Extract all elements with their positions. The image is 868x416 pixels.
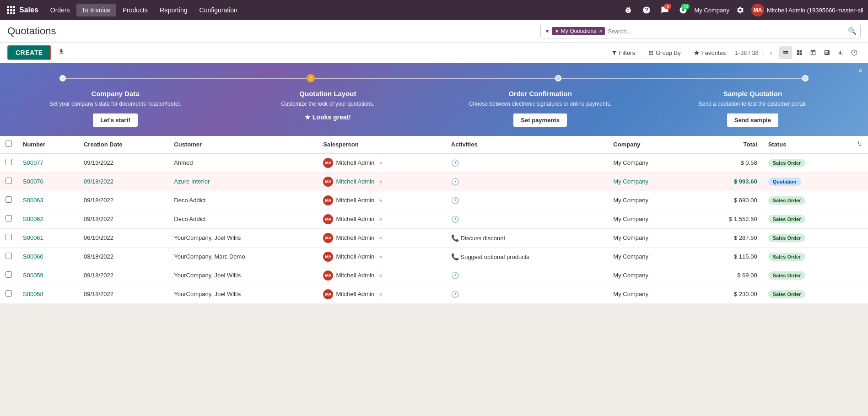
banner-close-button[interactable]: × [858,67,863,75]
status-badge: Sales Order [768,215,806,223]
chat-icon-btn[interactable]: 6 [658,3,672,17]
row-checkbox[interactable] [5,159,12,165]
filters-button[interactable]: Filters [608,48,639,58]
select-all-checkbox[interactable] [5,140,12,147]
apps-grid-icon[interactable] [5,4,17,16]
nav-reporting[interactable]: Reporting [154,4,193,16]
salesperson-activity-dot: ● [379,272,383,279]
company-selector[interactable]: My Company [694,7,729,14]
step-3-button[interactable]: Set payments [513,113,567,127]
row-checkbox[interactable] [5,253,12,259]
row-date: 09/18/2022 [78,210,168,228]
col-number: Number [17,136,78,153]
row-checkbox[interactable] [5,178,12,184]
prev-page-button[interactable]: ‹ [760,48,766,57]
app-name[interactable]: Sales [19,6,38,14]
row-checkbox[interactable] [5,215,12,222]
row-salesperson: MA Mitchell Admin ● [318,228,445,247]
row-activities: 🕐 [446,153,608,173]
row-salesperson: MA Mitchell Admin ● [318,191,445,210]
step-3-title: Order Confirmation [508,90,571,97]
bug-icon-btn[interactable] [621,3,636,17]
col-reorder[interactable] [851,136,868,153]
row-checkbox[interactable] [5,196,12,203]
activity-clock-icon: 🕐 [451,216,459,223]
step-4-button[interactable]: Send sample [727,113,778,127]
step-2-button[interactable]: ★ Looks great! [305,113,351,121]
row-total: $ 69.00 [691,266,762,285]
nav-orders[interactable]: Orders [45,4,75,16]
step-1-button[interactable]: Let's start! [93,113,138,127]
step-1-desc: Set your company's data for documents he… [49,100,181,108]
row-company: My Company [608,153,691,173]
filter-tag-close[interactable]: × [599,28,602,34]
row-checkbox-cell[interactable] [0,210,17,228]
salesperson-activity-dot: ● [379,234,383,241]
search-input[interactable] [608,28,848,35]
spreadsheet-view-button[interactable] [820,46,833,59]
row-number[interactable]: S00061 [17,228,78,247]
banner-steps-container: Company Data Set your company's data for… [0,90,868,127]
row-checkbox-cell[interactable] [0,285,17,303]
row-checkbox-cell[interactable] [0,172,17,191]
row-number[interactable]: S00060 [17,247,78,266]
step-dot-2: ✓ [307,74,315,82]
row-checkbox-cell[interactable] [0,266,17,285]
row-checkbox[interactable] [5,290,12,297]
activity-badge: 42 [681,4,690,9]
svg-rect-4 [10,9,12,11]
create-button[interactable]: CREATE [7,45,51,60]
row-number[interactable]: S00077 [17,153,78,173]
row-total: $ 115.00 [691,247,762,266]
row-salesperson: MA Mitchell Admin ● [318,247,445,266]
next-page-button[interactable]: › [768,48,774,57]
activity-clock-icon: 🕐 [451,291,459,298]
chart-view-button[interactable] [834,46,847,59]
row-checkbox-cell[interactable] [0,153,17,173]
row-extra [851,172,868,191]
user-menu[interactable]: MA Mitchell Admin (19395660-master-all [751,4,863,16]
row-number[interactable]: S00059 [17,266,78,285]
salesperson-name: Mitchell Admin [336,253,374,260]
filter-icon: ▼ [555,29,559,34]
group-by-button[interactable]: Group By [644,48,685,58]
nav-configuration[interactable]: Configuration [194,4,243,16]
row-number[interactable]: S00062 [17,210,78,228]
row-checkbox-cell[interactable] [0,247,17,266]
row-checkbox[interactable] [5,271,12,278]
row-date: 09/19/2022 [78,153,168,173]
favorites-button[interactable]: Favorites [690,48,729,58]
activity-icon-btn[interactable]: 42 [676,3,690,17]
row-checkbox-cell[interactable] [0,228,17,247]
calendar-view-button[interactable] [807,46,819,59]
row-customer: YourCompany, Joel Willis [168,266,318,285]
svg-rect-3 [7,9,9,11]
status-badge: Sales Order [768,253,806,261]
row-company: My Company [608,266,691,285]
support-icon-btn[interactable] [639,3,654,17]
download-button[interactable] [55,46,68,59]
row-number[interactable]: S00076 [17,172,78,191]
row-number[interactable]: S00058 [17,285,78,303]
row-checkbox-cell[interactable] [0,191,17,210]
banner-step-sample-quotation: Sample Quotation Send a quotation to tes… [647,90,859,127]
step-dot-4 [802,75,809,81]
table-row: S00062 09/18/2022 Deco Addict MA Mitchel… [0,210,868,228]
row-date: 06/10/2022 [78,228,168,247]
salesperson-avatar: MA [323,270,333,281]
nav-products[interactable]: Products [117,4,153,16]
settings-icon-btn[interactable] [733,3,748,17]
kanban-view-button[interactable] [793,46,806,59]
nav-to-invoice[interactable]: To Invoice [76,4,116,16]
col-status: Status [763,136,851,153]
search-filter-tag-my-quotations: ▼ My Quotations × [552,27,605,35]
row-activities: 🕐 [446,266,608,285]
list-view-button[interactable] [779,46,792,59]
row-total: $ 1,552.50 [691,210,762,228]
search-submit-icon[interactable]: 🔍 [848,27,857,35]
onboarding-banner: × ✓ Company Data Set your company's data… [0,63,868,136]
activity-view-button[interactable] [848,46,861,59]
row-number[interactable]: S00063 [17,191,78,210]
select-all-header[interactable] [0,136,17,153]
row-checkbox[interactable] [5,234,12,240]
